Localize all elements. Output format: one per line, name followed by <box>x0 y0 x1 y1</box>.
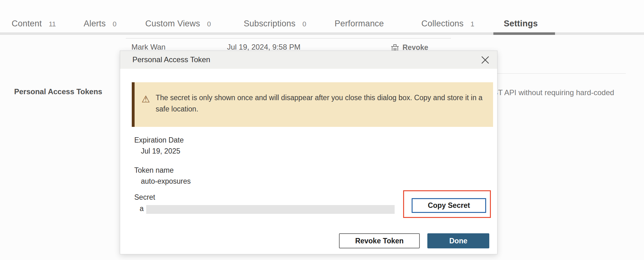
close-icon[interactable] <box>480 54 491 66</box>
tab-count: 1 <box>470 20 474 28</box>
token-name-label: Token name <box>134 166 174 175</box>
token-row-timestamp: Jul 19, 2024, 9:58 PM <box>227 43 300 51</box>
token-row-user: Mark Wan <box>131 43 165 51</box>
secret-label: Secret <box>134 193 155 202</box>
secret-value-visible-char: a <box>140 204 144 213</box>
tab-collections[interactable]: Collections 1 <box>421 19 475 29</box>
tab-label: Alerts <box>84 19 106 29</box>
tab-count: 0 <box>113 20 116 28</box>
tab-count: 11 <box>49 20 56 28</box>
tab-count: 0 <box>303 20 306 28</box>
tab-label: Collections <box>421 19 464 29</box>
tab-label: Custom Views <box>145 19 200 29</box>
tab-label: Performance <box>335 19 384 29</box>
expiration-date-value: Jul 19, 2025 <box>141 147 180 155</box>
tab-label: Settings <box>504 19 538 29</box>
active-tab-underline <box>493 32 555 35</box>
expiration-date-label: Expiration Date <box>134 136 184 144</box>
tab-custom-views[interactable]: Custom Views 0 <box>145 19 211 29</box>
tab-content[interactable]: Content 11 <box>12 19 56 29</box>
secret-warning-banner: ⚠ The secret is only shown once and will… <box>132 82 493 127</box>
done-button[interactable]: Done <box>427 233 489 248</box>
warning-text: The secret is only shown once and will d… <box>156 92 489 115</box>
tab-label: Content <box>12 19 42 29</box>
tab-count: 0 <box>207 20 211 28</box>
tab-label: Subscriptions <box>244 19 296 29</box>
tab-performance[interactable]: Performance <box>335 19 384 29</box>
table-row-divider <box>126 38 451 39</box>
personal-access-token-dialog: Personal Access Token ⚠ The secret is on… <box>120 51 497 254</box>
tab-alerts[interactable]: Alerts 0 <box>84 19 116 29</box>
dialog-title: Personal Access Token <box>132 55 210 64</box>
warning-icon: ⚠ <box>142 94 150 105</box>
section-label-personal-access-tokens: Personal Access Tokens <box>14 87 102 96</box>
secret-redacted-bar <box>146 205 395 214</box>
revoke-token-button[interactable]: Revoke Token <box>339 233 420 248</box>
dialog-header: Personal Access Token <box>120 51 497 69</box>
tab-subscriptions[interactable]: Subscriptions 0 <box>244 19 306 29</box>
pat-description-text: ST API without requiring hard-coded <box>493 88 614 97</box>
copy-secret-button[interactable]: Copy Secret <box>412 198 486 213</box>
tab-settings[interactable]: Settings <box>504 19 538 29</box>
token-name-value: auto-exposures <box>141 177 191 186</box>
tab-bar: Content 11 Alerts 0 Custom Views 0 Subsc… <box>0 0 644 35</box>
